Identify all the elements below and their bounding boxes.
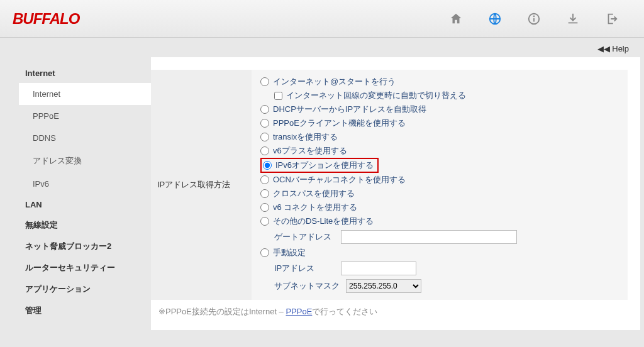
ip-method-radio[interactable] [263,161,272,170]
note-suffix: で行ってください [312,307,377,316]
ip-method-option[interactable]: transixを使用する [260,130,619,144]
auto-switch-checkbox[interactable] [274,92,282,100]
nav-sub-ddns[interactable]: DDNS [19,127,151,149]
ip-method-option[interactable]: その他のDS-Liteを使用する [260,214,619,228]
header-icons [449,12,631,26]
ip-method-radio[interactable] [260,146,269,155]
ip-method-label: v6プラスを使用する [273,145,347,157]
help-link[interactable]: ◀◀ Help [597,44,629,53]
footnote: ※PPPoE接続先の設定はInternet – PPPoEで行ってください [151,300,628,317]
nav-group-admin[interactable]: 管理 [19,300,151,321]
ip-method-option[interactable]: IPv6オプションを使用する [260,158,379,173]
logout-icon[interactable] [605,12,619,26]
ip-method-label: PPPoEクライアント機能を使用する [273,118,406,129]
ip-method-radio[interactable] [260,119,269,128]
subnet-select[interactable]: 255.255.255.0 [346,279,421,293]
nav-sub-pppoe[interactable]: PPPoE [19,105,151,127]
nav-group-app[interactable]: アプリケーション [19,278,151,300]
ip-method-option[interactable]: OCNバーチャルコネクトを使用する [260,173,619,187]
ip-method-radio[interactable] [260,189,269,198]
nav-sub-nat[interactable]: アドレス変換 [19,149,151,173]
ip-method-label: インターネット@スタートを行う [273,76,396,87]
ip-method-option[interactable]: v6プラスを使用する [260,144,619,158]
field-label: ゲートアドレス [274,231,335,243]
nav-group-internet[interactable]: Internet [19,63,151,83]
text-input[interactable] [341,262,416,275]
help-bar: ◀◀ Help [0,38,644,57]
field-label: IPアドレス [274,263,335,274]
note-link[interactable]: PPPoE [286,307,312,316]
ip-method-option[interactable]: 手動設定 [260,246,619,260]
ip-method-label: DHCPサーバーからIPアドレスを自動取得 [273,104,426,115]
ip-method-radio[interactable] [260,203,269,212]
ip-method-radio[interactable] [260,105,269,114]
text-input[interactable] [341,230,517,244]
settings-body: インターネット@スタートを行うインターネット回線の変更時に自動で切り替えるDHC… [252,70,628,300]
ip-method-radio[interactable] [260,248,269,257]
nav-group-lan[interactable]: LAN [19,195,151,214]
logo: BUFFALO [13,10,79,28]
sub-field: ゲートアドレス [274,228,619,246]
ip-method-option[interactable]: v6 コネクトを使用する [260,201,619,214]
download-icon[interactable] [566,12,580,26]
info-icon[interactable] [527,12,541,26]
ip-method-label: transixを使用する [273,131,338,143]
auto-switch-label: インターネット回線の変更時に自動で切り替える [286,90,466,101]
auto-switch-row: インターネット回線の変更時に自動で切り替える [274,89,619,102]
nav-sub-ipv6[interactable]: IPv6 [19,173,151,195]
note-prefix: ※PPPoE接続先の設定はInternet – [158,307,286,316]
ip-method-option[interactable]: インターネット@スタートを行う [260,75,619,89]
settings-table: IPアドレス取得方法 インターネット@スタートを行うインターネット回線の変更時に… [151,70,628,300]
ip-method-label: 手動設定 [273,247,306,258]
nav-sub-internet[interactable]: Internet [19,83,151,105]
main: Internet Internet PPPoE DDNS アドレス変換 IPv6… [0,57,644,330]
ip-method-radio[interactable] [260,175,269,184]
ip-method-radio[interactable] [260,133,269,141]
ip-method-option[interactable]: PPPoEクライアント機能を使用する [260,116,619,130]
nav-group-wireless[interactable]: 無線設定 [19,214,151,236]
nav-group-threat[interactable]: ネット脅威ブロッカー2 [19,236,151,257]
field-label: サブネットマスク [274,280,340,292]
ip-method-radio[interactable] [260,217,269,226]
nav-group-security[interactable]: ルーターセキュリティー [19,257,151,278]
svg-point-3 [534,16,535,16]
ip-method-label: クロスパスを使用する [273,188,355,199]
ip-method-label: OCNバーチャルコネクトを使用する [273,174,406,185]
header: BUFFALO [0,0,644,38]
sidebar: Internet Internet PPPoE DDNS アドレス変換 IPv6… [0,57,151,330]
ip-method-label: v6 コネクトを使用する [273,202,357,213]
ip-method-label: その他のDS-Liteを使用する [273,216,374,227]
sub-field: サブネットマスク255.255.255.0 [274,277,619,295]
ip-method-radio[interactable] [260,77,269,86]
globe-icon[interactable] [488,12,502,26]
content: IPアドレス取得方法 インターネット@スタートを行うインターネット回線の変更時に… [151,57,640,330]
home-icon[interactable] [449,12,463,26]
sub-field: IPアドレス [274,260,619,277]
ip-method-option[interactable]: クロスパスを使用する [260,187,619,201]
ip-method-option[interactable]: DHCPサーバーからIPアドレスを自動取得 [260,102,619,116]
ip-method-label: IPv6オプションを使用する [275,160,374,171]
settings-section-label: IPアドレス取得方法 [151,70,252,300]
